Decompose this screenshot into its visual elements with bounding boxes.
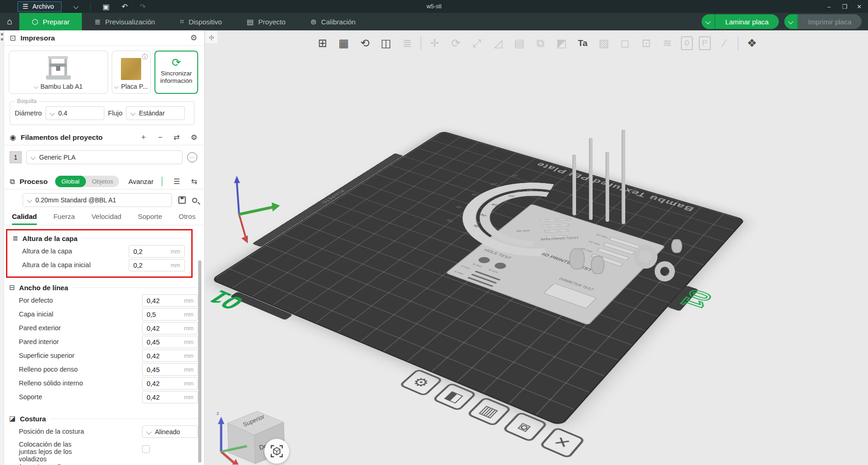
layer-height-title: Altura de la capa xyxy=(23,235,78,242)
support-line-width-input[interactable]: 0,42mm xyxy=(142,391,198,403)
home-tab[interactable]: ⌂ xyxy=(0,13,19,30)
top-surface-line-width-input[interactable]: 0,42mm xyxy=(142,350,198,362)
process-objects-tab[interactable]: Objetos xyxy=(86,178,120,185)
plate-info-icon[interactable]: ⓘ xyxy=(142,53,148,61)
filament-settings-gear-icon[interactable]: ⚙ xyxy=(191,133,197,142)
support-paint-icon[interactable]: ▨ xyxy=(596,36,611,51)
undo-icon[interactable]: ↶ xyxy=(121,2,127,11)
sync-info-button[interactable]: ⟳ Sincronizar información xyxy=(154,51,198,94)
internal-solid-infill-line-width-input[interactable]: 0,42mm xyxy=(142,377,198,390)
lay-on-face-icon[interactable]: ◿ xyxy=(491,36,506,51)
file-menu-button[interactable]: ☰ Archivo xyxy=(17,1,62,12)
advanced-toggle[interactable] xyxy=(162,177,162,186)
minimize-button[interactable]: – xyxy=(821,0,837,13)
param-list-icon[interactable]: ☰ xyxy=(173,177,180,186)
add-model-icon[interactable]: ⊞ xyxy=(315,36,330,51)
slice-plate-button[interactable]: Laminar placa xyxy=(715,14,779,29)
ams-sync-icon[interactable]: ⇄ xyxy=(173,133,179,142)
print-plate-button[interactable]: Imprimir placa xyxy=(798,14,862,29)
color-paint-icon[interactable]: ◩ xyxy=(554,36,569,51)
tab-previsualizacion[interactable]: ≣ Previsualización xyxy=(82,13,167,30)
toolbar-separator xyxy=(738,36,738,50)
text-shape-icon[interactable]: Ta xyxy=(575,36,590,51)
plate-lock-icon[interactable]: ◧ xyxy=(432,383,477,412)
tab-otros[interactable]: Otros xyxy=(178,212,195,225)
print-dropdown-button[interactable] xyxy=(784,14,798,29)
tab-proyecto[interactable]: ▤ Proyecto xyxy=(234,13,298,30)
process-profile-select[interactable]: 0.20mm Standard @BBL A1 xyxy=(23,193,172,207)
titlebar: ☰ Archivo ▣ ↶ ↷ w5-stl – ❒ ✕ xyxy=(0,0,868,13)
print-order-icon[interactable]: P xyxy=(699,36,711,50)
maximize-button[interactable]: ❒ xyxy=(837,0,852,13)
tab-calibracion[interactable]: ⊚ Calibración xyxy=(298,13,368,30)
default-line-width-input[interactable]: 0,42mm xyxy=(142,294,198,307)
print-sequence-icon[interactable]: 0 xyxy=(681,36,693,50)
inner-wall-line-width-input[interactable]: 0,45mm xyxy=(142,336,198,348)
device-icon: ⌗ xyxy=(180,17,184,26)
rotate-icon[interactable]: ⟳ xyxy=(448,36,463,51)
first-layer-line-width-input[interactable]: 0,5mm xyxy=(142,308,198,321)
flow-select[interactable]: Estándar xyxy=(126,106,185,120)
initial-layer-height-input[interactable]: 0,2mm xyxy=(129,259,185,271)
window-title: w5-stl xyxy=(0,3,868,10)
remove-filament-icon[interactable]: − xyxy=(158,133,162,142)
viewport-3d[interactable]: ‹|› ⊞ ▦ ⟲ ◫ ≣ ✛ ⟳ ⤢ ◿ ▤ ⧉ ◩ Ta ▨ ◻ ⊡ ≋ 0… xyxy=(205,30,868,465)
save-preset-icon[interactable] xyxy=(178,196,186,204)
file-menu-chevron-icon[interactable] xyxy=(70,5,82,8)
setting-row: Posición de la costura Alineado xyxy=(19,425,198,438)
plate-delete-icon[interactable]: ✕ xyxy=(539,427,586,459)
scale-icon[interactable]: ⤢ xyxy=(469,36,485,51)
variable-layer-height-icon[interactable]: ≣ xyxy=(400,36,415,51)
tab-label: Calibración xyxy=(321,18,355,26)
outer-wall-line-width-input[interactable]: 0,42mm xyxy=(142,322,198,334)
seam-position-select[interactable]: Alineado xyxy=(142,425,198,438)
assembly-view-icon[interactable]: ❖ xyxy=(744,36,760,51)
diameter-select[interactable]: 0.4 xyxy=(46,106,104,120)
collapse-panel-handle[interactable]: ‹|› xyxy=(206,31,217,43)
plate-orient-icon[interactable]: ⧇ xyxy=(502,412,548,442)
sparse-infill-line-width-input[interactable]: 0,45mm xyxy=(142,363,198,376)
split-to-plates-icon[interactable]: ▤ xyxy=(512,36,527,51)
plate-arrange-icon[interactable]: ▥ xyxy=(466,397,512,427)
printer-name: Bambu Lab A1 xyxy=(40,83,83,90)
filament-icon: ◉ xyxy=(10,133,16,142)
close-button[interactable]: ✕ xyxy=(851,0,867,13)
mesh-boolean-icon[interactable]: ⧉ xyxy=(533,36,548,51)
scan-plate-button[interactable] xyxy=(264,439,289,464)
process-global-tab[interactable]: Global xyxy=(55,176,86,187)
slice-dropdown-button[interactable] xyxy=(702,14,715,29)
build-plate-card[interactable]: ⓘ Placa P... xyxy=(112,51,151,94)
search-settings-icon[interactable] xyxy=(192,198,197,203)
redo-icon[interactable]: ↷ xyxy=(140,2,146,11)
tab-dispositivo[interactable]: ⌗ Dispositivo xyxy=(167,13,234,30)
tab-velocidad[interactable]: Velocidad xyxy=(91,212,121,225)
test-model[interactable]: 75° 60° 45° 30° 15° 80° 70° 60° 50° 40° … xyxy=(445,204,666,326)
filament-more-button[interactable]: ⋯ xyxy=(187,152,197,162)
setting-label: Capa inicial xyxy=(19,310,142,318)
tab-fuerza[interactable]: Fuerza xyxy=(53,212,75,225)
panel-scrollbar[interactable] xyxy=(198,260,201,463)
measure-icon[interactable]: ∕ xyxy=(717,36,732,51)
filament-select[interactable]: Generic PLA xyxy=(26,150,183,164)
process-profile-value: 0.20mm Standard @BBL A1 xyxy=(35,196,116,204)
tab-soporte[interactable]: Soporte xyxy=(138,212,162,225)
auto-orient-icon[interactable]: ⟲ xyxy=(357,36,372,51)
printer-settings-gear-icon[interactable]: ⚙ xyxy=(190,33,197,43)
tab-preparar[interactable]: ⬡ Preparar xyxy=(19,13,82,30)
seam-overhang-checkbox[interactable] xyxy=(142,445,150,453)
cut-icon[interactable]: ◻ xyxy=(617,36,633,51)
add-filament-icon[interactable]: ＋ xyxy=(140,132,147,142)
arrange-icon[interactable]: ◫ xyxy=(378,36,394,51)
move-icon[interactable]: ✛ xyxy=(427,36,442,51)
tab-calidad[interactable]: Calidad xyxy=(12,212,37,225)
setting-row: Relleno sólido interno0,42mm xyxy=(19,377,198,390)
plate-settings-icon[interactable]: ⚙ xyxy=(399,369,443,397)
save-icon[interactable]: ▣ xyxy=(103,2,109,11)
hamburger-icon: ☰ xyxy=(23,3,29,10)
printer-card[interactable]: Bambu Lab A1 xyxy=(9,51,108,94)
layer-height-input[interactable]: 0,2mm xyxy=(129,245,185,258)
compare-presets-icon[interactable]: ⇆ xyxy=(191,177,197,186)
fuzzy-skin-icon[interactable]: ≋ xyxy=(660,36,675,51)
deform-icon[interactable]: ⊡ xyxy=(639,36,654,51)
add-plate-icon[interactable]: ▦ xyxy=(336,36,351,51)
